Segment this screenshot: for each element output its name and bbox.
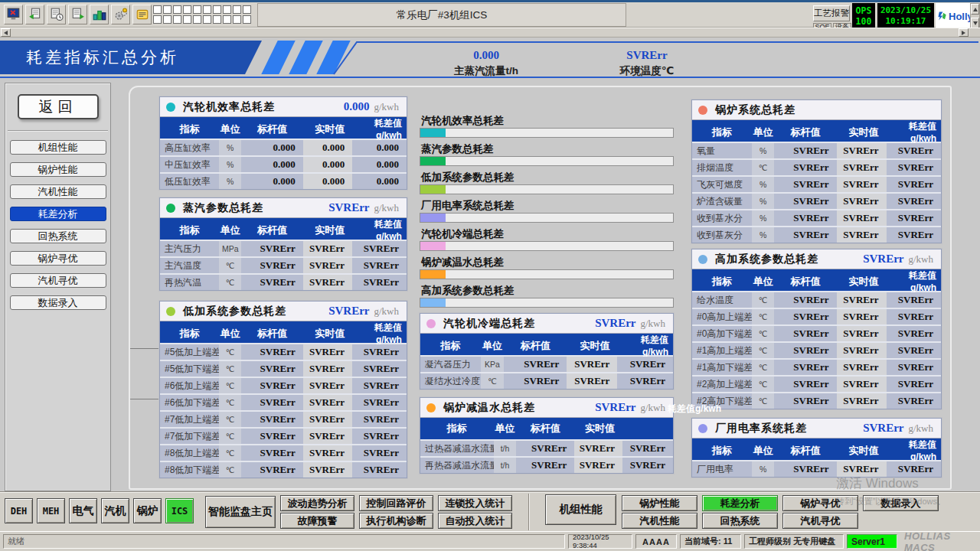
cell-value: ℃ <box>219 429 241 444</box>
sidebar-item[interactable]: 汽机性能 <box>10 184 106 199</box>
cell-value: SVRErr <box>887 377 942 392</box>
unit-performance-button[interactable]: 机组性能 <box>545 494 616 525</box>
perf-button[interactable]: 锅炉性能 <box>622 495 697 511</box>
table-row: #2高加下端差℃SVRErrSVRErrSVRErr <box>692 393 941 409</box>
table-row: 主汽压力MPaSVRErrSVRErrSVRErr <box>160 241 407 256</box>
bar-label: 高加系统参数总耗差 <box>421 285 674 296</box>
indicator-box[interactable] <box>193 5 201 14</box>
diag-button[interactable]: 自动投入统计 <box>438 513 512 529</box>
sidebar-item[interactable]: 数据录入 <box>10 295 106 310</box>
cell-value: SVRErr <box>887 194 942 209</box>
cell-value: SVRErr <box>241 344 303 360</box>
sidebar-item[interactable]: 锅炉寻优 <box>10 251 106 266</box>
indicator-box[interactable] <box>223 5 231 14</box>
perf-button[interactable]: 汽机性能 <box>622 513 697 529</box>
row-label: 主汽温度 <box>160 258 219 273</box>
cell-value: SVRErr <box>352 429 407 444</box>
sidebar-item[interactable]: 锅炉性能 <box>10 162 106 177</box>
scroll-left-arrow[interactable] <box>1 28 11 37</box>
cell-value: SVRErr <box>887 326 942 341</box>
col-header: 单位 <box>219 223 241 237</box>
system-tab[interactable]: MEH <box>37 498 65 523</box>
cell-value: SVRErr <box>887 343 942 358</box>
diag-button[interactable]: 连锁投入统计 <box>438 495 512 511</box>
diag-button[interactable]: 控制回路评价 <box>359 495 433 511</box>
system-tab[interactable]: 锅炉 <box>133 498 162 523</box>
report-clock-icon[interactable] <box>47 5 66 24</box>
cell-value: SVRErr <box>774 343 836 358</box>
back-button[interactable]: 返回 <box>18 94 99 119</box>
indicator-box[interactable] <box>233 15 241 24</box>
system-tab[interactable]: ICS <box>165 498 194 523</box>
bar-track <box>420 213 674 223</box>
kpi-value: 0.000 <box>417 49 555 62</box>
col-header: 耗差值g/kwh <box>887 439 942 462</box>
system-tab[interactable]: 电气 <box>69 498 97 523</box>
indicator-box[interactable] <box>243 15 251 24</box>
diag-button[interactable]: 故障预警 <box>280 513 354 529</box>
process-alarm-button[interactable]: 工艺报警 <box>813 5 850 21</box>
indicator-box[interactable] <box>183 5 191 14</box>
indicator-box[interactable] <box>173 15 181 24</box>
row-label: #1高加下端差 <box>692 360 752 375</box>
smart-monitor-home-button[interactable]: 智能监盘主页 <box>205 496 276 528</box>
indicator-box[interactable] <box>173 5 181 14</box>
indicator-box[interactable] <box>203 5 211 14</box>
system-tab[interactable]: 汽机 <box>101 498 129 523</box>
scroll-up-arrow[interactable] <box>971 4 979 15</box>
table-row: 凝汽器压力KPaSVRErrSVRErrSVRErr <box>420 357 673 372</box>
perf-button[interactable]: 锅炉寻优 <box>782 495 858 511</box>
cell-value: SVRErr <box>837 227 887 243</box>
indicator-box[interactable] <box>193 15 201 24</box>
scroll-down-arrow[interactable] <box>971 18 979 28</box>
chart-blocks-icon[interactable] <box>90 5 109 24</box>
cell-value: SVRErr <box>516 458 574 473</box>
gears-icon[interactable] <box>111 5 130 24</box>
indicator-box[interactable] <box>153 5 162 14</box>
indicator-box[interactable] <box>213 5 221 14</box>
indicator-box[interactable] <box>233 5 241 14</box>
indicator-box[interactable] <box>183 15 191 24</box>
perf-button[interactable]: 耗差分析 <box>702 495 778 511</box>
perf-button[interactable]: 数据录入 <box>863 495 939 511</box>
notes-icon[interactable] <box>132 5 152 24</box>
cell-value: SVRErr <box>352 378 407 393</box>
indicator-box[interactable] <box>213 15 221 24</box>
perf-button[interactable]: 汽机寻优 <box>782 513 858 529</box>
table-total-unit: g/kwh <box>909 422 934 435</box>
toolbar-scrollbar[interactable] <box>970 3 980 29</box>
monitor-icon[interactable] <box>4 5 23 24</box>
indicator-box[interactable] <box>163 5 172 14</box>
scroll-right-arrow[interactable] <box>959 28 969 37</box>
cell-value: 0.000 <box>303 157 352 172</box>
empty-slot <box>863 513 939 529</box>
cell-value: SVRErr <box>837 210 887 226</box>
sidebar-item[interactable]: 耗差分析 <box>10 207 106 221</box>
table-total-value: SVRErr <box>328 201 369 214</box>
indicator-box[interactable] <box>243 5 251 14</box>
sidebar-item[interactable]: 机组性能 <box>10 140 106 155</box>
sidebar-item[interactable]: 回热系统 <box>10 229 106 243</box>
indicator-box[interactable] <box>223 15 231 24</box>
indicator-box[interactable] <box>203 15 211 24</box>
system-tab[interactable]: DEH <box>5 498 33 523</box>
cell-value: SVRErr <box>303 361 352 377</box>
indicator-box[interactable] <box>163 15 172 24</box>
row-label: 凝汽器压力 <box>420 357 481 372</box>
table-title-text: 蒸汽参数总耗差 <box>183 201 263 215</box>
horizontal-scrollbar[interactable] <box>0 28 980 37</box>
row-label: #2高加上端差 <box>692 377 752 392</box>
col-header: 指标 <box>420 339 481 353</box>
export-doc-icon[interactable] <box>25 5 44 24</box>
table-hp-heater: 高加系统参数总耗差SVRErrg/kwh指标单位标杆值实时值耗差值g/kwh给水… <box>691 249 942 409</box>
perf-button[interactable]: 回热系统 <box>702 513 778 529</box>
table-total-unit: g/kwh <box>374 202 400 214</box>
diag-button[interactable]: 执行机构诊断 <box>359 513 433 529</box>
row-label: #6低加下端差 <box>160 395 219 410</box>
diag-button[interactable]: 波动趋势分析 <box>280 495 354 511</box>
indicator-box[interactable] <box>153 15 162 24</box>
hollysys-logo-icon <box>937 11 947 21</box>
sidebar-item[interactable]: 汽机寻优 <box>10 273 106 288</box>
doc-forward-icon[interactable] <box>68 5 87 24</box>
cell-value: SVRErr <box>774 461 836 477</box>
